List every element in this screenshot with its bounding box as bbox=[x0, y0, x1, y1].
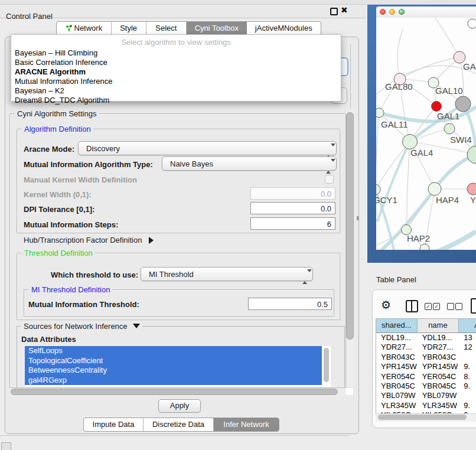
network-canvas-svg[interactable]: GALGAL80GAL10GAL1GAL11SWI4GAL4GCY1HAP4YH… bbox=[376, 18, 476, 250]
settings-vscrollbar-thumb[interactable] bbox=[346, 112, 354, 340]
cyni-settings-title: Cyni Algorithm Settings bbox=[15, 109, 99, 118]
table-cell: YLR345W bbox=[418, 401, 459, 410]
table-row[interactable]: YDL19...YDL19...13 bbox=[376, 333, 476, 343]
export-table-icon[interactable] bbox=[471, 298, 476, 314]
mi-threshold-field[interactable]: 0.5 bbox=[248, 298, 332, 310]
network-canvas[interactable]: GALGAL80GAL10GAL1GAL11SWI4GAL4GCY1HAP4YH… bbox=[376, 18, 476, 250]
algorithm-option[interactable]: Basic Correlation Inference bbox=[11, 58, 341, 67]
network-node-GCY1[interactable] bbox=[376, 184, 380, 195]
tab-jactivemnodules[interactable]: jActiveMNodules bbox=[247, 22, 321, 35]
table-cell: 9. bbox=[459, 381, 476, 391]
select-all-checkbox-icon[interactable]: ✓ bbox=[425, 303, 432, 310]
network-node-label: HAP4 bbox=[436, 195, 459, 205]
network-node-edge-node[interactable] bbox=[468, 19, 476, 28]
network-edge[interactable] bbox=[400, 57, 459, 79]
network-node-bottom-node[interactable] bbox=[420, 244, 429, 250]
network-node-pink-right[interactable] bbox=[467, 183, 476, 195]
algorithm-option[interactable]: Bayesian – Hill Climbing bbox=[11, 48, 341, 58]
deselect-all-checkbox-icon[interactable] bbox=[455, 303, 462, 310]
list-item[interactable]: TopologicalCoefficient bbox=[25, 356, 322, 366]
table-row[interactable]: YBR043CYBR043C bbox=[376, 353, 476, 362]
column-header-name[interactable]: name bbox=[418, 319, 459, 332]
gear-icon[interactable]: ⚙ bbox=[381, 298, 391, 312]
network-node-GAL4[interactable] bbox=[403, 135, 418, 149]
settings-hscrollbar-thumb[interactable] bbox=[11, 389, 338, 395]
select-all-checkbox-icon[interactable]: ✓ bbox=[433, 303, 440, 310]
close-icon[interactable]: ✖ bbox=[341, 5, 348, 15]
sources-toggle[interactable]: Sources for Network Inference bbox=[21, 322, 142, 331]
tab-discretize-data[interactable]: Discretize Data bbox=[144, 418, 214, 431]
network-edge[interactable] bbox=[435, 18, 459, 57]
minimize-traffic-light-icon[interactable] bbox=[389, 9, 395, 15]
list-item[interactable]: BetweennessCentrality bbox=[25, 366, 322, 376]
column-header-shared-name[interactable]: shared... bbox=[376, 319, 418, 332]
table-cell: YDR27... bbox=[376, 343, 418, 352]
kernel-width-field[interactable]: 0.0 bbox=[250, 187, 335, 200]
network-edge[interactable] bbox=[434, 231, 476, 250]
table-hscrollbar-thumb[interactable] bbox=[378, 415, 467, 420]
table-cell: YPR145W bbox=[376, 362, 418, 371]
attributes-scrollbar-thumb[interactable] bbox=[324, 348, 329, 382]
network-node-HAP4[interactable] bbox=[428, 182, 441, 195]
list-item[interactable]: SelfLoops bbox=[25, 346, 322, 356]
tab-style[interactable]: Style bbox=[112, 22, 146, 35]
collapsed-panel-button[interactable] bbox=[1, 442, 11, 450]
list-item[interactable]: gal4RGexp bbox=[25, 376, 322, 386]
table-row[interactable]: YPR145WYPR145W9. bbox=[376, 362, 476, 371]
mi-threshold-definition-title: MI Threshold Definition bbox=[29, 285, 112, 294]
network-node-GAL1[interactable] bbox=[432, 102, 442, 112]
table-row[interactable]: YDR27...YDR27...12 bbox=[376, 343, 476, 352]
network-edge[interactable] bbox=[406, 142, 410, 230]
algorithm-option[interactable]: Bayesian – K2 bbox=[11, 86, 341, 96]
hub-definition-toggle[interactable]: Hub/Transcription Factor Definition bbox=[24, 236, 154, 244]
mi-type-combobox[interactable]: Naive Bayes bbox=[162, 156, 337, 171]
node-table: shared... name A YDL19...YDL19...13YDR27… bbox=[376, 318, 476, 414]
algorithm-option[interactable]: Dream8 DC_TDC Algorithm bbox=[11, 96, 341, 105]
manual-kernel-checkbox[interactable] bbox=[325, 175, 334, 184]
dpi-tolerance-field[interactable]: 0.0 bbox=[250, 202, 335, 214]
algorithm-option-selected[interactable]: ARACNE Algorithm bbox=[11, 67, 341, 77]
hidden-groupbox-edge bbox=[350, 44, 351, 107]
network-edge[interactable] bbox=[406, 189, 435, 230]
table-row[interactable]: YER054CYER054C8. bbox=[376, 372, 476, 381]
tab-impute-data[interactable]: Impute Data bbox=[84, 418, 144, 431]
network-node-label: GCY1 bbox=[376, 195, 397, 205]
network-node-label: GAL bbox=[463, 61, 476, 71]
table-cell: YBR043C bbox=[418, 353, 459, 362]
which-threshold-combobox[interactable]: MI Threshold bbox=[141, 267, 313, 281]
apply-button[interactable]: Apply bbox=[158, 399, 201, 413]
tab-select[interactable]: Select bbox=[146, 22, 187, 35]
table-cell: 13 bbox=[459, 333, 476, 343]
tab-cyni-toolbox[interactable]: Cyni Toolbox bbox=[187, 22, 246, 35]
splitter-grip[interactable] bbox=[357, 216, 359, 220]
algorithm-definition-title: Algorithm Definition bbox=[22, 125, 93, 133]
kernel-width-label: Kernel Width (0,1): bbox=[24, 190, 92, 199]
split-columns-icon[interactable] bbox=[406, 300, 418, 312]
tab-infer-network[interactable]: Infer Network bbox=[214, 418, 279, 431]
column-header-clipped[interactable]: A bbox=[459, 319, 476, 332]
network-node-gray-node[interactable] bbox=[455, 96, 471, 112]
table-row[interactable]: YLR345WYLR345W9. bbox=[376, 401, 476, 410]
aracne-mode-combobox[interactable]: Discovery bbox=[78, 141, 337, 155]
aracne-mode-value: Discovery bbox=[86, 144, 120, 153]
threshold-definition-title: Threshold Definition bbox=[22, 249, 95, 257]
table-cell: 9. bbox=[459, 362, 476, 371]
mi-steps-field[interactable]: 6 bbox=[250, 217, 335, 230]
float-window-icon[interactable] bbox=[330, 8, 338, 15]
deselect-all-checkbox-icon[interactable] bbox=[447, 303, 454, 310]
chevron-down-icon bbox=[133, 324, 140, 328]
table-cell: 12 bbox=[459, 343, 476, 352]
close-traffic-light-icon[interactable] bbox=[380, 9, 386, 15]
network-node-SWI4[interactable] bbox=[444, 123, 455, 134]
network-node-GAL11[interactable] bbox=[376, 108, 384, 118]
cyni-mode-tabbar: Impute Data Discretize Data Infer Networ… bbox=[83, 418, 279, 432]
table-row[interactable]: YBR045CYBR045C9. bbox=[376, 381, 476, 391]
tab-network[interactable]: Network bbox=[57, 22, 112, 35]
zoom-traffic-light-icon[interactable] bbox=[399, 9, 405, 15]
table-row[interactable]: YBL079WYBL079W bbox=[376, 391, 476, 400]
network-edge[interactable] bbox=[376, 113, 379, 190]
network-edge[interactable] bbox=[397, 30, 403, 79]
network-node-big-right[interactable] bbox=[467, 146, 476, 164]
mi-threshold-label: Mutual Information Threshold: bbox=[28, 300, 139, 309]
algorithm-option[interactable]: Mutual Information Inference bbox=[11, 77, 341, 86]
